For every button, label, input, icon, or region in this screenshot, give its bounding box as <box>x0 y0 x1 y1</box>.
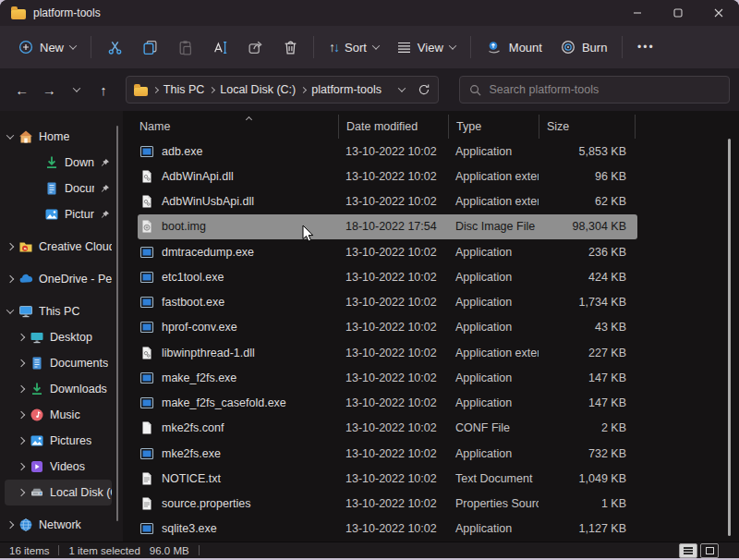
address-dropdown-chevron-icon[interactable] <box>398 84 406 91</box>
title-bar[interactable]: platform-tools <box>0 0 739 26</box>
scissors-icon <box>107 40 123 55</box>
table-row[interactable]: boot.img 18-10-2022 17:54 Disc Image Fil… <box>138 214 637 239</box>
close-button[interactable] <box>698 0 739 26</box>
file-type: Application exten... <box>448 170 539 183</box>
mount-button[interactable]: Mount <box>477 34 551 61</box>
file-size: 5,853 KB <box>539 145 636 158</box>
table-row[interactable]: sqlite3.exe 13-10-2022 10:02 Application… <box>138 517 637 542</box>
table-row[interactable]: source.properties 13-10-2022 10:02 Prope… <box>138 492 637 517</box>
search-input[interactable] <box>489 83 720 96</box>
up-button[interactable]: ↑ <box>91 77 115 103</box>
copy-button[interactable] <box>132 31 167 63</box>
large-icons-view-icon <box>706 547 714 554</box>
disc-image-icon <box>139 219 154 234</box>
table-row[interactable]: dmtracedump.exe 13-10-2022 10:02 Applica… <box>138 239 637 264</box>
sidebar-item-videos[interactable]: Videos <box>5 454 112 480</box>
sidebar-item-pictures[interactable]: Pictures <box>5 201 112 227</box>
recent-locations-button[interactable] <box>64 77 89 103</box>
sort-button[interactable]: ↑↓ Sort <box>320 33 388 61</box>
chevron-icon[interactable] <box>18 489 25 496</box>
refresh-icon[interactable] <box>418 83 430 96</box>
file-size: 227 KB <box>539 347 636 359</box>
file-name: make_f2fs.exe <box>162 371 236 384</box>
file-name: source.properties <box>162 497 251 510</box>
sidebar-item-this-pc[interactable]: This PC <box>5 298 112 324</box>
column-header-name[interactable]: Name <box>138 115 338 139</box>
table-row[interactable]: mke2fs.exe 13-10-2022 10:02 Application … <box>138 441 637 466</box>
sidebar-scrollbar[interactable] <box>116 126 118 521</box>
file-name: adb.exe <box>162 145 202 158</box>
rename-button[interactable] <box>202 31 237 63</box>
paste-button[interactable] <box>167 31 202 63</box>
table-row[interactable]: NOTICE.txt 13-10-2022 10:02 Text Documen… <box>138 466 637 491</box>
sidebar-item-pictures[interactable]: Pictures <box>5 428 112 454</box>
breadcrumb-local-disk[interactable]: Local Disk (C:) <box>220 83 296 96</box>
sidebar-item-local-disk-c[interactable]: Local Disk (C:) <box>5 480 112 505</box>
navigation-pane: Home Downloads Documents Pictures Creati… <box>0 111 123 542</box>
view-lines-icon <box>397 42 411 54</box>
table-row[interactable]: hprof-conv.exe 13-10-2022 10:02 Applicat… <box>138 315 637 340</box>
sidebar-item-home[interactable]: Home <box>5 124 112 150</box>
sidebar-list: Home Downloads Documents Pictures Creati… <box>0 124 123 538</box>
table-row[interactable]: AdbWinApi.dll 13-10-2022 10:02 Applicati… <box>138 164 637 189</box>
chevron-icon[interactable] <box>18 463 25 470</box>
table-row[interactable]: adb.exe 13-10-2022 10:02 Application 5,8… <box>138 139 637 164</box>
share-button[interactable] <box>237 31 273 63</box>
sidebar-item-documents[interactable]: Documents <box>5 176 112 201</box>
column-header-date-modified[interactable]: Date modified <box>338 115 448 139</box>
table-row[interactable]: libwinpthread-1.dll 13-10-2022 10:02 App… <box>138 340 637 365</box>
chevron-down-icon <box>449 42 456 49</box>
folder-icon <box>11 9 26 19</box>
sidebar-item-downloads[interactable]: Downloads <box>5 150 112 176</box>
file-list-scrollbar[interactable] <box>728 139 731 536</box>
sidebar-item-desktop[interactable]: Desktop <box>5 324 112 350</box>
sidebar-item-creative-cloud-f[interactable]: Creative Cloud F <box>5 234 112 260</box>
sidebar-item-network[interactable]: Network <box>5 512 112 538</box>
chevron-icon[interactable] <box>6 275 14 283</box>
file-size: 1,049 KB <box>539 472 636 485</box>
network-icon <box>18 517 33 532</box>
details-view-button[interactable] <box>679 543 697 558</box>
breadcrumb-this-pc[interactable]: This PC <box>164 83 204 96</box>
column-header-size[interactable]: Size <box>539 115 636 139</box>
table-row[interactable]: etc1tool.exe 13-10-2022 10:02 Applicatio… <box>138 264 637 289</box>
breadcrumb[interactable]: This PC Local Disk (C:) platform-tools <box>126 76 440 103</box>
large-icons-view-button[interactable] <box>700 543 719 558</box>
cut-button[interactable] <box>97 31 132 63</box>
see-more-button[interactable]: ••• <box>628 31 663 63</box>
breadcrumb-platform-tools[interactable]: platform-tools <box>311 83 382 96</box>
maximize-button[interactable] <box>658 0 698 26</box>
delete-button[interactable] <box>273 31 308 63</box>
burn-button[interactable]: Burn <box>551 33 616 61</box>
table-row[interactable]: mke2fs.conf 13-10-2022 10:02 CONF File 2… <box>138 416 637 441</box>
onedrive-icon <box>18 272 33 286</box>
file-list: adb.exe 13-10-2022 10:02 Application 5,8… <box>123 139 739 542</box>
chevron-icon[interactable] <box>6 131 14 139</box>
chevron-icon[interactable] <box>18 411 25 419</box>
forward-button[interactable]: → <box>36 77 61 103</box>
sidebar-item-onedrive-perso[interactable]: OneDrive - Perso <box>5 266 112 292</box>
minimize-button[interactable] <box>617 0 658 26</box>
sidebar-item-documents[interactable]: Documents <box>5 350 112 376</box>
search-box[interactable] <box>459 76 730 103</box>
chevron-icon[interactable] <box>18 334 25 341</box>
view-button[interactable]: View <box>388 34 465 61</box>
table-row[interactable]: make_f2fs.exe 13-10-2022 10:02 Applicati… <box>138 365 637 390</box>
table-row[interactable]: make_f2fs_casefold.exe 13-10-2022 10:02 … <box>138 391 637 416</box>
sidebar-item-music[interactable]: Music <box>5 402 112 428</box>
file-explorer-window: platform-tools New <box>0 0 739 558</box>
column-header-type[interactable]: Type <box>448 115 539 139</box>
chevron-icon[interactable] <box>18 385 25 393</box>
toolbar-separator <box>91 36 91 58</box>
chevron-icon[interactable] <box>6 306 14 313</box>
back-button[interactable]: ← <box>9 77 34 103</box>
chevron-icon[interactable] <box>18 359 25 367</box>
file-type: Application <box>448 271 539 284</box>
chevron-icon[interactable] <box>18 437 25 444</box>
table-row[interactable]: AdbWinUsbApi.dll 13-10-2022 10:02 Applic… <box>138 189 637 214</box>
chevron-icon[interactable] <box>6 521 14 529</box>
new-button[interactable]: New <box>9 33 85 61</box>
chevron-icon[interactable] <box>6 243 14 250</box>
sidebar-item-downloads[interactable]: Downloads <box>5 376 112 402</box>
table-row[interactable]: fastboot.exe 13-10-2022 10:02 Applicatio… <box>138 290 637 315</box>
